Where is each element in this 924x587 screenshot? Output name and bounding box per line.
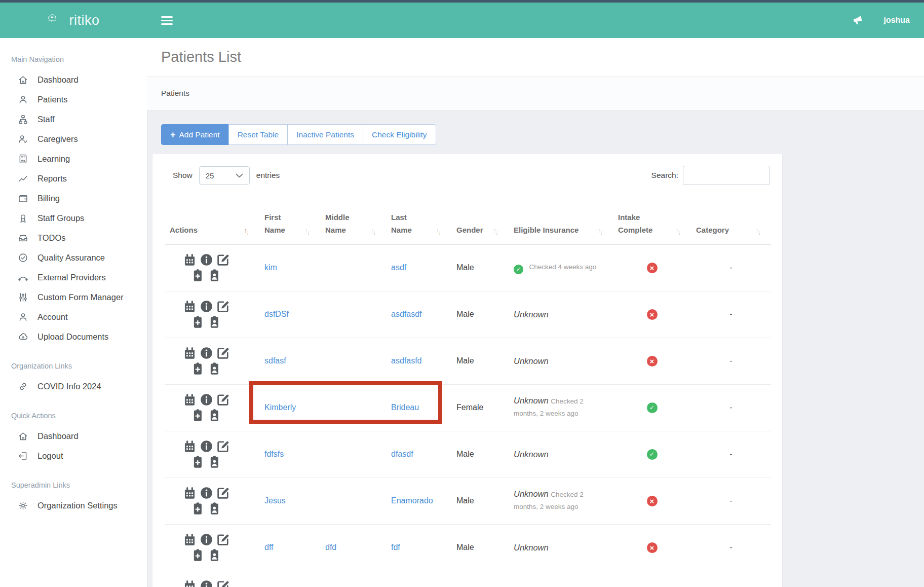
sidebar-item-staff[interactable]: Staff xyxy=(0,109,147,129)
sidebar-item-logout[interactable]: Logout xyxy=(0,446,147,466)
clipboard-user-icon[interactable] xyxy=(208,548,222,562)
column-header-last-name[interactable]: LastName ↑↓ xyxy=(386,199,451,244)
column-header-eligibleinsurance[interactable]: Eligible Insurance ↑↓ xyxy=(509,199,613,244)
edit-icon[interactable] xyxy=(216,253,230,267)
calendar-icon[interactable] xyxy=(183,393,197,407)
edit-icon[interactable] xyxy=(216,346,230,360)
first-name-cell: fdfsfs xyxy=(259,431,320,478)
info-icon[interactable] xyxy=(200,486,213,500)
page-size-select[interactable]: 25 xyxy=(199,166,250,185)
sidebar-item-staff-groups[interactable]: Staff Groups xyxy=(0,208,147,228)
menu-toggle-icon[interactable] xyxy=(161,16,173,25)
column-header-intake-complete[interactable]: IntakeComplete ↑↓ xyxy=(613,199,691,244)
sort-icon[interactable]: ↑↓ xyxy=(244,229,249,236)
edit-icon[interactable] xyxy=(216,439,230,453)
column-header-category[interactable]: Category ↑↓ xyxy=(691,199,771,244)
sidebar-item-external-providers[interactable]: External Providers xyxy=(0,268,147,287)
reset-table-button[interactable]: Reset Table xyxy=(228,124,288,145)
last-name-link[interactable]: Enamorado xyxy=(391,496,433,505)
calendar-icon[interactable] xyxy=(183,533,197,546)
first-name-link[interactable]: dsfDSf xyxy=(264,310,289,318)
sort-icon[interactable]: ↑↓ xyxy=(371,229,375,236)
sidebar-item-quality-assurance[interactable]: Quality Assurance xyxy=(0,248,147,268)
sidebar-item-dashboard[interactable]: Dashboard xyxy=(0,426,147,446)
sidebar-item-covid-info-2024[interactable]: COVID Info 2024 xyxy=(0,377,147,396)
clipboard-plus-icon[interactable] xyxy=(191,269,205,282)
info-icon[interactable] xyxy=(200,439,213,453)
sidebar-item-upload-documents[interactable]: Upload Documents xyxy=(0,327,147,347)
sort-icon[interactable]: ↑↓ xyxy=(305,229,310,236)
column-header-actions[interactable]: Actions ↑↓ xyxy=(165,199,259,244)
clipboard-user-icon[interactable] xyxy=(208,455,222,469)
sort-icon[interactable]: ↑↓ xyxy=(493,229,498,236)
clipboard-plus-icon[interactable] xyxy=(191,362,205,376)
sidebar-item-organization-settings[interactable]: Organization Settings xyxy=(0,496,147,516)
sidebar-item-reports[interactable]: Reports xyxy=(0,169,147,189)
clipboard-user-icon[interactable] xyxy=(208,502,222,516)
calendar-icon[interactable] xyxy=(183,579,197,587)
first-name-link[interactable]: kim xyxy=(264,263,277,272)
first-name-link[interactable]: fdfsfs xyxy=(264,450,284,458)
edit-icon[interactable] xyxy=(216,393,230,407)
last-name-link[interactable]: fdf xyxy=(391,543,400,552)
sort-icon[interactable]: ↑↓ xyxy=(756,229,760,236)
breadcrumb-item[interactable]: Patients xyxy=(161,89,189,98)
check-eligibility-button[interactable]: Check Eligibility xyxy=(363,124,436,145)
info-icon[interactable] xyxy=(200,579,213,587)
edit-icon[interactable] xyxy=(216,579,230,587)
first-name-link[interactable]: Jesus xyxy=(264,496,286,505)
sidebar-item-dashboard[interactable]: Dashboard xyxy=(0,70,147,90)
sidebar-item-patients[interactable]: Patients xyxy=(0,90,147,109)
sidebar-item-learning[interactable]: Learning xyxy=(0,149,147,169)
column-header-first-name[interactable]: FirstName ↑↓ xyxy=(259,199,320,244)
sort-icon[interactable]: ↑↓ xyxy=(436,229,441,236)
sort-icon[interactable]: ↑↓ xyxy=(598,229,602,236)
first-name-link[interactable]: sdfasf xyxy=(264,356,286,365)
sidebar-item-caregivers[interactable]: Caregivers xyxy=(0,129,147,149)
info-icon[interactable] xyxy=(200,253,213,267)
sidebar-item-billing[interactable]: Billing xyxy=(0,189,147,208)
sidebar-item-custom-form-manager[interactable]: Custom Form Manager xyxy=(0,287,147,307)
clipboard-plus-icon[interactable] xyxy=(191,548,205,562)
edit-icon[interactable] xyxy=(216,300,230,313)
inactive-patients-button[interactable]: Inactive Patients xyxy=(287,124,363,145)
add-patient-button[interactable]: +Add Patient xyxy=(161,124,229,145)
last-name-link[interactable]: asdf xyxy=(391,263,406,272)
clipboard-user-icon[interactable] xyxy=(208,362,222,376)
edit-icon[interactable] xyxy=(216,486,230,500)
calendar-icon[interactable] xyxy=(183,439,197,453)
edit-icon[interactable] xyxy=(216,533,230,546)
username[interactable]: joshua xyxy=(883,16,910,25)
clipboard-user-icon[interactable] xyxy=(208,315,222,329)
sidebar-section-label: Quick Actions xyxy=(11,412,147,420)
sidebar-item-account[interactable]: Account xyxy=(0,307,147,327)
column-header-gender[interactable]: Gender ↑↓ xyxy=(451,199,509,244)
calendar-icon[interactable] xyxy=(183,486,197,500)
clipboard-plus-icon[interactable] xyxy=(191,455,205,469)
last-name-link[interactable]: asdfasfd xyxy=(391,356,421,365)
middle-name-link[interactable]: dfd xyxy=(325,543,336,552)
announcement-icon[interactable] xyxy=(852,14,864,26)
last-name-link[interactable]: dfasdf xyxy=(391,450,413,458)
first-name-link[interactable]: dff xyxy=(264,543,274,552)
calendar-icon[interactable] xyxy=(183,300,197,313)
info-icon[interactable] xyxy=(200,300,213,313)
info-icon[interactable] xyxy=(200,533,213,546)
calendar-icon[interactable] xyxy=(183,253,197,267)
last-name-link[interactable]: Brideau xyxy=(391,403,419,412)
info-icon[interactable] xyxy=(200,346,213,360)
first-name-link[interactable]: Kimberly xyxy=(264,403,296,412)
sort-icon[interactable]: ↑↓ xyxy=(676,229,680,236)
clipboard-plus-icon[interactable] xyxy=(191,409,205,422)
clipboard-user-icon[interactable] xyxy=(208,269,222,282)
column-header-middle-name[interactable]: MiddleName ↑↓ xyxy=(320,199,386,244)
last-name-link[interactable]: asdfasdf xyxy=(391,310,421,318)
brand-logo[interactable]: ritiko xyxy=(0,13,147,28)
calendar-icon[interactable] xyxy=(183,346,197,360)
sidebar-item-todos[interactable]: TODOs xyxy=(0,228,147,248)
clipboard-user-icon[interactable] xyxy=(208,409,222,422)
clipboard-plus-icon[interactable] xyxy=(191,502,205,516)
info-icon[interactable] xyxy=(200,393,213,407)
search-input[interactable] xyxy=(683,166,770,185)
clipboard-plus-icon[interactable] xyxy=(191,315,205,329)
